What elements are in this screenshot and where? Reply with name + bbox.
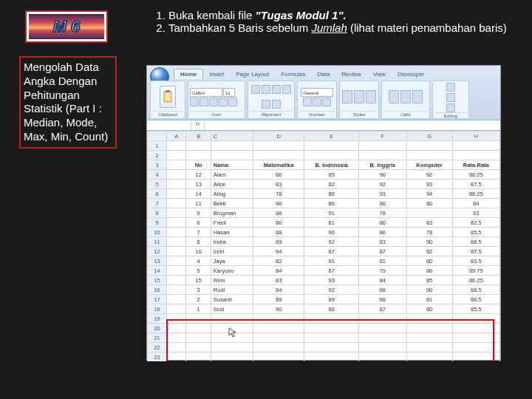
cell[interactable]: 88 (304, 189, 359, 199)
cell[interactable]: 93 (406, 180, 452, 189)
cell[interactable]: 88.25 (452, 189, 499, 199)
cell[interactable]: 84 (359, 276, 406, 285)
cell[interactable]: 90 (304, 228, 359, 237)
data-header[interactable]: Komputer (406, 160, 452, 170)
cell[interactable] (359, 141, 406, 151)
align-icon[interactable] (262, 85, 270, 94)
cell[interactable]: Indra (211, 237, 253, 247)
cell[interactable] (359, 343, 406, 352)
cell[interactable] (253, 141, 304, 151)
cell[interactable] (167, 343, 186, 352)
cell[interactable]: 80 (359, 218, 406, 228)
cell[interactable]: 84 (452, 199, 499, 208)
cell[interactable]: Susanti (211, 295, 253, 304)
delete-icon[interactable] (400, 90, 411, 103)
cell[interactable]: 11 (186, 199, 211, 208)
insert-icon[interactable] (389, 90, 399, 103)
cell[interactable] (167, 160, 186, 170)
cell[interactable] (406, 333, 452, 343)
cell[interactable] (253, 343, 304, 352)
cell[interactable]: 85.5 (452, 304, 499, 314)
cell[interactable] (167, 256, 186, 266)
cell[interactable]: 90 (359, 170, 406, 180)
comma-icon[interactable] (322, 98, 331, 106)
cell[interactable]: 14 (186, 189, 211, 199)
tab-insert[interactable]: Insert (203, 69, 230, 79)
cell[interactable]: 6 (186, 218, 211, 228)
cell[interactable] (359, 324, 406, 333)
cond-format-icon[interactable] (342, 90, 352, 103)
currency-icon[interactable] (303, 98, 312, 106)
tab-developer[interactable]: Developer (392, 69, 430, 79)
cell[interactable]: 91 (304, 208, 359, 218)
cell[interactable]: 85.5 (452, 228, 499, 237)
tab-data[interactable]: Data (312, 69, 336, 79)
cell[interactable] (167, 170, 186, 180)
row-header[interactable]: 21 (148, 333, 167, 343)
cell[interactable] (167, 218, 186, 228)
underline-icon[interactable] (209, 98, 218, 106)
cell[interactable] (452, 343, 499, 352)
cell[interactable]: 82.5 (452, 218, 499, 228)
cell[interactable] (167, 352, 186, 362)
cell[interactable]: Brugman (211, 208, 253, 218)
tab-review[interactable]: Review (335, 69, 366, 79)
fill-icon[interactable] (228, 98, 237, 106)
cell[interactable] (406, 151, 452, 160)
cell[interactable]: 87.5 (452, 247, 499, 256)
grid[interactable]: ABCDEFGH123NoNamaMatematikaB. IndonesiaB… (147, 131, 500, 361)
cell[interactable]: Reni (211, 276, 253, 285)
cell[interactable] (167, 189, 186, 199)
data-header[interactable]: B. Inggris (359, 160, 406, 170)
cell[interactable] (167, 333, 186, 343)
cell[interactable]: 89 (253, 237, 304, 247)
cell[interactable]: Jaya (211, 256, 253, 266)
cell[interactable]: 83 (406, 218, 452, 228)
bold-icon[interactable] (190, 98, 199, 106)
format-icon[interactable] (412, 90, 423, 103)
autosum-icon[interactable] (446, 83, 455, 92)
cell[interactable]: 87 (304, 247, 359, 256)
cell[interactable]: 92 (304, 285, 359, 295)
cell[interactable] (304, 352, 359, 362)
name-box[interactable] (147, 120, 191, 130)
font-size[interactable]: 11 (223, 88, 235, 97)
row-header[interactable]: 23 (148, 352, 167, 362)
cell[interactable]: 88.5 (452, 237, 499, 247)
cell[interactable]: 87 (304, 266, 359, 276)
number-format[interactable]: General (301, 88, 333, 97)
align-icon[interactable] (272, 100, 281, 109)
data-header[interactable]: Rata-Rata (452, 160, 499, 170)
paste-button[interactable] (160, 86, 176, 108)
cell[interactable]: 85 (304, 170, 359, 180)
cell[interactable] (167, 141, 186, 151)
col-header[interactable]: D (253, 132, 304, 141)
cell[interactable] (359, 151, 406, 160)
cell[interactable]: 2 (186, 295, 211, 304)
row-header[interactable]: 18 (148, 304, 167, 314)
cell[interactable] (186, 151, 211, 160)
cell[interactable]: Indri (211, 247, 253, 256)
cell[interactable] (167, 304, 186, 314)
cell[interactable]: 94 (406, 189, 452, 199)
col-header[interactable]: E (304, 132, 359, 141)
cell[interactable] (304, 333, 359, 343)
row-header[interactable]: 8 (148, 208, 167, 218)
cell[interactable] (406, 352, 452, 362)
cell[interactable] (186, 352, 211, 362)
row-header[interactable]: 7 (148, 199, 167, 208)
row-header[interactable]: 3 (148, 160, 167, 170)
cell[interactable]: 86.25 (452, 276, 499, 285)
cell[interactable]: 88 (253, 295, 304, 304)
cell[interactable] (452, 141, 499, 151)
row-header[interactable]: 5 (148, 180, 167, 189)
row-header[interactable]: 19 (148, 314, 167, 324)
percent-icon[interactable] (313, 98, 321, 106)
col-header[interactable]: A (167, 132, 186, 141)
row-header[interactable]: 17 (148, 295, 167, 304)
col-header[interactable] (148, 132, 167, 141)
col-header[interactable]: G (406, 132, 452, 141)
sort-icon[interactable] (446, 93, 455, 102)
cell[interactable]: 83 (452, 208, 499, 218)
cell[interactable]: 12 (186, 170, 211, 180)
